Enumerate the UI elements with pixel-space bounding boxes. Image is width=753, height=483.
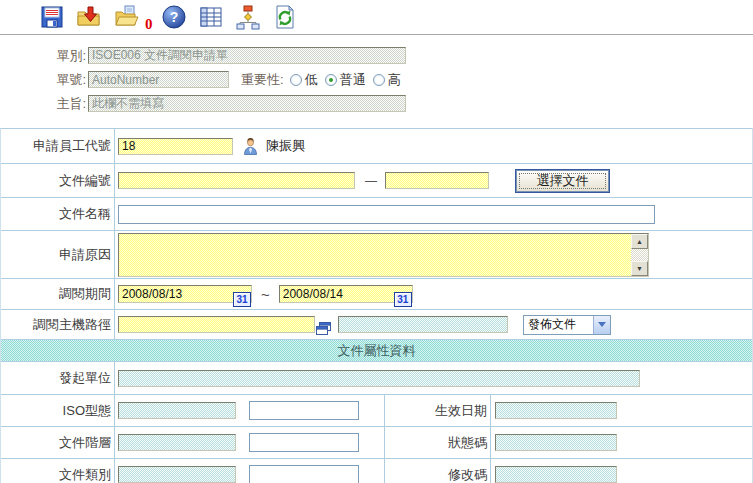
- doc-category-field: [118, 466, 236, 483]
- applicant-id-input[interactable]: [118, 138, 233, 155]
- scroll-down-button[interactable]: ▼: [631, 261, 648, 276]
- attr-row-category: 文件類別 修改碼: [1, 459, 752, 483]
- org-chart-icon: [235, 4, 261, 30]
- refresh-icon: [272, 4, 298, 30]
- attachment-count: 0: [145, 16, 153, 33]
- status-code-field: [495, 434, 617, 451]
- save-icon: [39, 4, 65, 30]
- period-tilde: ~: [261, 286, 270, 303]
- iso-type-field: [118, 402, 236, 419]
- open-folder-button[interactable]: [112, 4, 139, 31]
- doc-level-label: 文件階層: [1, 427, 115, 458]
- importance-group: 重要性: 低 普通 高: [241, 71, 408, 89]
- importance-option-normal: 普通: [340, 71, 366, 89]
- doc-no-label: 單號:: [28, 71, 86, 89]
- toolbar: 0 ?: [0, 0, 753, 35]
- doc-source-select[interactable]: 發佈文件: [523, 315, 611, 335]
- subject-field: [88, 95, 406, 112]
- person-icon[interactable]: [242, 138, 259, 155]
- doc-name-label: 文件名稱: [1, 198, 115, 230]
- calendar-from-icon[interactable]: 31: [233, 292, 251, 307]
- period-from-input[interactable]: [118, 285, 252, 303]
- doc-number-row: 文件編號 — 選擇文件: [1, 164, 752, 198]
- scroll-up-button[interactable]: ▲: [631, 234, 648, 249]
- doc-type-field: [88, 47, 406, 64]
- importance-option-low: 低: [305, 71, 318, 89]
- doc-level-field: [118, 434, 236, 451]
- select-document-button[interactable]: 選擇文件: [516, 170, 609, 192]
- checkin-folder-button[interactable]: [75, 4, 102, 31]
- host-path-display: [338, 316, 508, 333]
- reason-textarea[interactable]: ▲ ▼: [118, 233, 649, 277]
- subject-label: 主旨:: [28, 95, 86, 113]
- calendar-to-icon[interactable]: 31: [394, 292, 412, 307]
- period-to-input[interactable]: [279, 285, 413, 303]
- revision-code-label: 修改碼: [385, 459, 491, 483]
- attr-row-iso: ISO型態 生效日期: [1, 395, 752, 427]
- doc-name-row: 文件名稱: [1, 198, 752, 231]
- folder-open-icon: [113, 4, 139, 30]
- iso-type-label: ISO型態: [1, 395, 115, 426]
- doc-category-input[interactable]: [249, 465, 359, 483]
- svg-text:?: ?: [170, 9, 179, 25]
- doc-number-to-input[interactable]: [385, 172, 489, 189]
- applicant-name: 陳振興: [266, 137, 305, 155]
- status-code-label: 狀態碼: [385, 427, 491, 458]
- effective-date-field: [495, 402, 617, 419]
- importance-radio-high[interactable]: [373, 74, 385, 86]
- doc-number-separator: —: [365, 174, 377, 188]
- doc-level-input[interactable]: [249, 433, 359, 452]
- doc-name-input[interactable]: [118, 205, 655, 224]
- importance-option-high: 高: [388, 71, 401, 89]
- reason-row: 申請原因 ▲ ▼: [1, 231, 752, 279]
- revision-code-field: [495, 466, 617, 483]
- importance-radio-normal[interactable]: [325, 74, 337, 86]
- period-row: 調閱期間 31 ~ 31: [1, 279, 752, 310]
- host-path-input[interactable]: [118, 316, 315, 333]
- help-icon: ?: [161, 4, 187, 30]
- flow-chart-button[interactable]: [235, 4, 262, 31]
- applicant-row: 申請員工代號 陳振興: [1, 129, 752, 164]
- list-view-button[interactable]: [198, 4, 225, 31]
- iso-type-input[interactable]: [249, 401, 359, 420]
- save-button[interactable]: [38, 4, 65, 31]
- origin-label: 發起單位: [1, 362, 115, 394]
- importance-radio-low[interactable]: [290, 74, 302, 86]
- attr-row-level: 文件階層 狀態碼: [1, 427, 752, 459]
- header-form: 單別: 單號: 重要性: 低 普通 高 主旨:: [0, 35, 753, 112]
- origin-unit-field: [118, 370, 640, 387]
- period-label: 調閱期間: [1, 279, 115, 309]
- folder-download-icon: [76, 4, 102, 30]
- doc-type-label: 單別:: [28, 47, 86, 65]
- request-form-table: 申請員工代號 陳振興 文件編號 — 選擇文件 文件名稱 申請原因: [0, 128, 753, 483]
- doc-source-selected-value: 發佈文件: [524, 316, 593, 333]
- dropdown-arrow-icon[interactable]: [593, 316, 610, 334]
- help-button[interactable]: ?: [161, 4, 188, 31]
- reason-label: 申請原因: [1, 231, 115, 278]
- host-path-label: 調閱主機路徑: [1, 310, 115, 339]
- importance-label: 重要性:: [241, 71, 284, 89]
- refresh-button[interactable]: [272, 4, 299, 31]
- doc-number-from-input[interactable]: [118, 172, 355, 189]
- applicant-label: 申請員工代號: [1, 129, 115, 163]
- browse-windows-icon[interactable]: [316, 322, 331, 336]
- grid-icon: [198, 4, 224, 30]
- doc-category-label: 文件類別: [1, 459, 115, 483]
- reason-scrollbar[interactable]: ▲ ▼: [631, 234, 648, 276]
- doc-no-field: [88, 71, 229, 88]
- host-path-row: 調閱主機路徑 發佈文件: [1, 310, 752, 340]
- section-header: 文件屬性資料: [1, 340, 752, 362]
- effective-date-label: 生效日期: [385, 395, 491, 426]
- doc-number-label: 文件編號: [1, 164, 115, 197]
- origin-row: 發起單位: [1, 362, 752, 395]
